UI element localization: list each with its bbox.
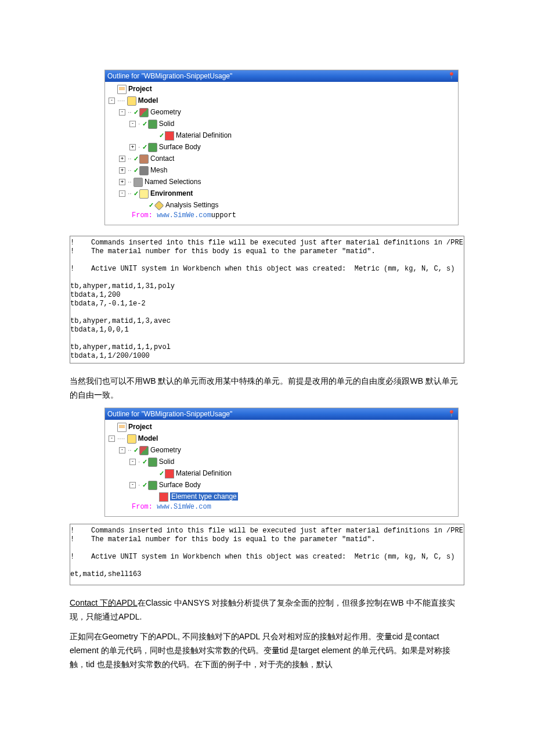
elemtype-label: Element type change [170, 492, 238, 501]
material-icon [165, 469, 174, 478]
collapse-icon[interactable]: - [129, 121, 136, 127]
tree-node-environment[interactable]: -·· ✓Environment [109, 188, 458, 199]
material-icon [165, 131, 174, 141]
watermark-from-2: From: www.SimWe.com [132, 501, 458, 513]
mesh-label: Mesh [150, 166, 167, 174]
tree-node-project[interactable]: Project [109, 83, 458, 95]
selections-icon [134, 178, 143, 187]
solid-label: Solid [159, 458, 175, 466]
paragraph-3: 正如同在Geometry 下的APDL, 不同接触对下的APDL 只会对相对应的… [70, 629, 464, 671]
watermark-from: From: www.SimWe.comupport [132, 210, 458, 221]
outline-titlebar-1: Outline for "WBMigration-SnippetUsage" 📍 [105, 70, 458, 82]
outline-title-text: Outline for "WBMigration-SnippetUsage" [107, 72, 232, 80]
contact-label: Contact [150, 154, 174, 163]
tree-node-analysis[interactable]: ✓Analysis Settings [109, 199, 458, 211]
code-text-2: ! Commands inserted into this file will … [70, 527, 464, 578]
surfacebody-label: Surface Body [159, 143, 201, 151]
geometry-icon [139, 108, 149, 117]
outline-titlebar-2: Outline for "WBMigration-SnippetUsage" 📍 [105, 408, 458, 420]
pin-icon[interactable]: 📍 [448, 71, 456, 80]
pin-icon[interactable]: 📍 [448, 409, 456, 418]
tree-node-material-definition[interactable]: ✓Material Definition [109, 467, 458, 479]
code-snippet-2: ! Commands inserted into this file will … [70, 524, 464, 585]
code-text-1: ! Commands inserted into this file will … [70, 239, 464, 360]
collapse-icon[interactable]: - [119, 109, 125, 116]
from-domain: www.SimWe.com [157, 503, 211, 511]
geometry-label: Geometry [150, 108, 181, 116]
matdef-label: Material Definition [176, 131, 232, 139]
surfacebody-label: Surface Body [159, 481, 201, 489]
geometry-icon [139, 446, 149, 455]
outline-window-1: Outline for "WBMigration-SnippetUsage" 📍… [104, 70, 459, 225]
mesh-icon [139, 166, 149, 175]
named-label: Named Selections [145, 178, 201, 186]
geometry-label: Geometry [150, 446, 181, 454]
paragraph-2: Contact 下的APDL在Classic 中ANSYS 对接触分析提供了复杂… [70, 596, 464, 624]
paragraph-1: 当然我们也可以不用WB 默认的单元而改用某中特殊的单元。前提是改用的单元的自由度… [70, 374, 464, 402]
project-label: Project [128, 423, 152, 431]
model-label: Model [138, 434, 158, 442]
tree-node-element-type-change[interactable]: Element type change [109, 491, 458, 502]
contact-icon [139, 154, 149, 164]
solid-label: Solid [159, 120, 175, 128]
expand-icon[interactable]: + [129, 144, 136, 150]
outline-tree-2: Project -···· Model -·· ✓Geometry -· ✓So… [105, 420, 458, 516]
tree-node-named-selections[interactable]: +·· Named Selections [109, 176, 458, 188]
code-snippet-1: ! Commands inserted into this file will … [70, 236, 464, 363]
collapse-icon[interactable]: - [129, 459, 136, 465]
environment-icon [139, 189, 149, 199]
collapse-icon[interactable]: - [129, 482, 136, 488]
tree-node-surface-body[interactable]: +· ✓Surface Body [109, 141, 458, 153]
expand-icon[interactable]: + [119, 167, 125, 174]
collapse-icon[interactable]: - [119, 190, 125, 197]
tree-node-mesh[interactable]: +·· ✓Mesh [109, 164, 458, 176]
project-label: Project [128, 85, 152, 93]
solid-icon [148, 120, 157, 129]
model-label: Model [138, 96, 158, 105]
from-prefix: From: [132, 211, 157, 219]
tree-node-project[interactable]: Project [109, 421, 458, 433]
collapse-icon[interactable]: - [109, 435, 115, 442]
solid-icon [148, 458, 157, 467]
snippet-icon [159, 492, 168, 502]
collapse-icon[interactable]: - [109, 98, 115, 104]
tree-node-geometry[interactable]: -·· ✓Geometry [109, 444, 458, 456]
outline-tree-1: Project -···· Model -·· ✓Geometry -· ✓So… [105, 82, 458, 225]
tree-node-surface-body[interactable]: -· ✓Surface Body [109, 479, 458, 491]
tree-node-solid[interactable]: -· ✓Solid [109, 118, 458, 129]
model-icon [127, 434, 136, 444]
para3-text: 正如同在Geometry 下的APDL, 不同接触对下的APDL 只会对相对应的… [70, 632, 450, 669]
from-prefix: From: [132, 503, 157, 511]
tree-node-geometry[interactable]: -·· ✓Geometry [109, 106, 458, 118]
env-label: Environment [150, 189, 193, 197]
outline-window-2: Outline for "WBMigration-SnippetUsage" 📍… [104, 408, 459, 517]
body-icon [148, 143, 157, 152]
page-icon [117, 85, 127, 94]
analysis-label: Analysis Settings [165, 201, 218, 209]
tree-node-model[interactable]: -···· Model [109, 95, 458, 106]
para2-underline: Contact 下的APDL [70, 598, 138, 607]
matdef-label: Material Definition [176, 469, 232, 477]
body-icon [148, 481, 157, 490]
tree-node-contact[interactable]: +·· ✓Contact [109, 153, 458, 164]
para1-text: 当然我们也可以不用WB 默认的单元而改用某中特殊的单元。前提是改用的单元的自由度… [70, 376, 458, 399]
model-icon [127, 96, 136, 106]
tree-node-solid[interactable]: -· ✓Solid [109, 456, 458, 467]
collapse-icon[interactable]: - [119, 447, 125, 453]
from-suffix: upport [211, 211, 236, 219]
expand-icon[interactable]: + [119, 179, 125, 185]
page-icon [117, 423, 127, 432]
outline-title-text-2: Outline for "WBMigration-SnippetUsage" [107, 410, 232, 418]
expand-icon[interactable]: + [119, 156, 125, 162]
tree-node-model[interactable]: -···· Model [109, 433, 458, 444]
tree-node-material-definition[interactable]: ✓Material Definition [109, 129, 458, 141]
from-domain: www.SimWe.com [157, 211, 211, 219]
analysis-icon [154, 200, 164, 210]
